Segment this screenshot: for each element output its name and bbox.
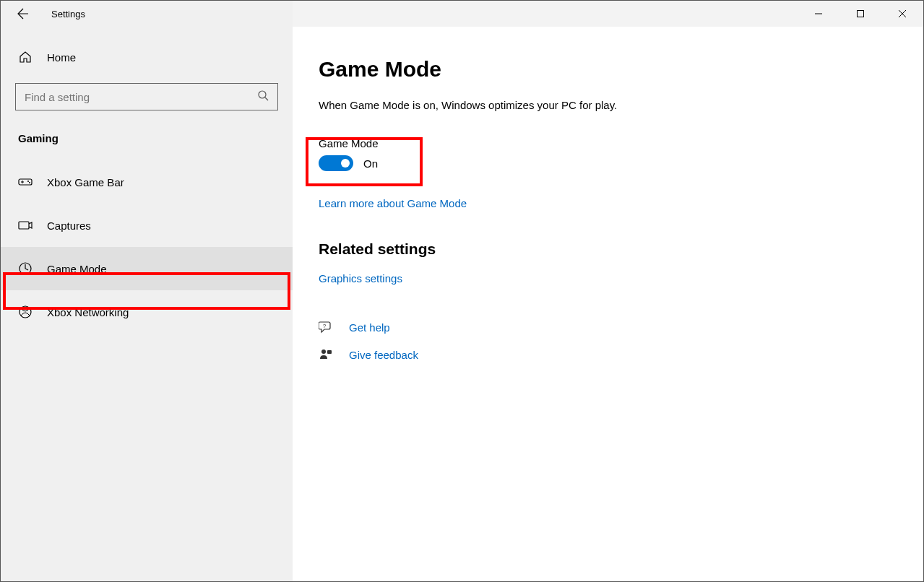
body: Home Gaming Xbox Game Bar — [1, 27, 923, 581]
svg-rect-9 — [19, 222, 29, 229]
sidebar-home-label: Home — [47, 51, 76, 64]
search-icon — [257, 90, 269, 104]
minimize-icon — [814, 9, 823, 18]
page-description: When Game Mode is on, Windows optimizes … — [319, 99, 897, 111]
toggle-label: Game Mode — [319, 137, 897, 149]
search-input[interactable] — [25, 91, 251, 103]
back-arrow-icon — [17, 8, 29, 19]
svg-point-7 — [27, 181, 29, 182]
titlebar: Settings — [1, 1, 923, 27]
sidebar-item-label: Xbox Networking — [47, 306, 129, 318]
help-icon: ? — [319, 320, 333, 334]
get-help-row[interactable]: ? Get help — [319, 320, 897, 334]
toggle-state-label: On — [363, 157, 378, 170]
graphics-settings-link[interactable]: Graphics settings — [319, 272, 402, 285]
svg-rect-4 — [19, 179, 32, 185]
close-icon — [898, 9, 907, 18]
game-mode-toggle[interactable] — [319, 155, 353, 171]
maximize-button[interactable] — [839, 1, 881, 27]
search-container — [1, 73, 293, 116]
sidebar-item-label: Game Mode — [47, 263, 107, 275]
sidebar-category: Gaming — [1, 116, 293, 160]
main-content: Game Mode When Game Mode is on, Windows … — [293, 27, 923, 581]
sidebar-item-label: Captures — [47, 220, 91, 232]
maximize-icon — [856, 9, 865, 18]
game-mode-icon — [18, 261, 33, 276]
give-feedback-row[interactable]: Give feedback — [319, 347, 897, 362]
svg-line-3 — [265, 97, 268, 100]
learn-more-link[interactable]: Learn more about Game Mode — [319, 197, 467, 209]
sidebar-item-label: Xbox Game Bar — [47, 176, 124, 188]
back-button[interactable] — [15, 6, 31, 22]
game-bar-icon — [18, 175, 33, 189]
get-help-link[interactable]: Get help — [349, 321, 390, 334]
feedback-icon — [319, 347, 333, 362]
page-title: Game Mode — [319, 57, 897, 82]
svg-rect-14 — [327, 350, 332, 354]
home-icon — [18, 50, 33, 64]
sidebar-home[interactable]: Home — [1, 41, 293, 73]
svg-point-11 — [20, 306, 31, 318]
minimize-button[interactable] — [798, 1, 839, 27]
window-controls — [798, 1, 923, 27]
captures-icon — [18, 218, 33, 233]
sidebar-item-captures[interactable]: Captures — [1, 204, 293, 247]
related-settings-heading: Related settings — [319, 240, 897, 258]
sidebar-item-game-mode[interactable]: Game Mode — [1, 247, 293, 290]
window-title: Settings — [51, 9, 85, 19]
close-button[interactable] — [881, 1, 923, 27]
svg-text:?: ? — [323, 323, 327, 329]
settings-window: Settings Home — [0, 0, 924, 582]
svg-point-8 — [29, 182, 30, 183]
xbox-networking-icon — [18, 305, 33, 319]
toggle-knob — [341, 159, 350, 168]
sidebar: Home Gaming Xbox Game Bar — [1, 27, 293, 581]
titlebar-left: Settings — [1, 1, 293, 27]
svg-rect-1 — [858, 11, 864, 17]
search-box[interactable] — [15, 83, 278, 110]
game-mode-toggle-row: On — [319, 155, 897, 171]
give-feedback-link[interactable]: Give feedback — [349, 349, 418, 361]
svg-point-2 — [259, 91, 266, 98]
svg-point-13 — [321, 349, 326, 354]
sidebar-item-xbox-game-bar[interactable]: Xbox Game Bar — [1, 160, 293, 204]
sidebar-item-xbox-networking[interactable]: Xbox Networking — [1, 290, 293, 334]
